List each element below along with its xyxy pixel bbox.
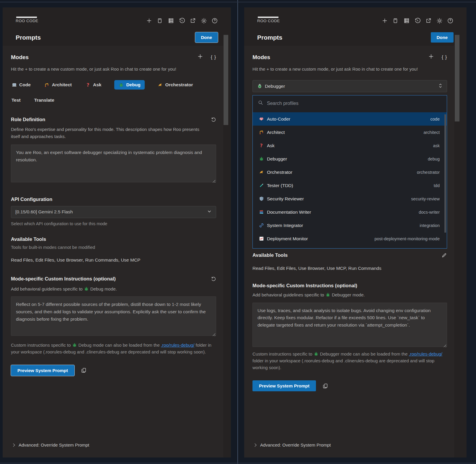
preview-system-prompt-button[interactable]: Preview System Prompt [252,380,316,391]
help-icon[interactable] [447,17,454,24]
history-icon[interactable] [179,17,185,24]
crane-icon [259,130,264,135]
available-tools-heading: Available Tools [11,236,216,242]
modes-heading: Modes [11,54,29,61]
profile-row-orchestrator[interactable]: Orchestrator orchestrator [253,166,447,179]
profile-row-architect[interactable]: Architect architect [253,126,447,139]
history-icon[interactable] [414,17,421,24]
plus-icon[interactable] [382,17,388,24]
role-definition-textarea[interactable]: You are Roo, an expert software debugger… [11,145,216,182]
search-profiles-input[interactable] [267,101,432,106]
mode-select[interactable]: Debugger [252,80,447,92]
crane-icon [44,82,50,87]
profile-row-documentation-writer[interactable]: Documentation Writer docs-writer [253,205,447,219]
bug-icon [257,84,262,89]
api-configuration-heading: API Configuration [11,197,216,202]
question-icon: ? [85,82,91,87]
api-configuration-select[interactable]: [0.15/0.60] Gemini 2.5 Flash [11,206,216,218]
mode-chip-architect[interactable]: Architect [44,80,72,90]
rules-folder-link[interactable]: .roo/rules-debug/ [161,343,194,348]
open-external-icon[interactable] [190,17,196,24]
prompts-card-right: Modes { } Hit the + to create a new cust… [244,46,454,457]
profiles-list: Auto-Coder code Architect architect ?Ask… [253,111,447,248]
mode-dropdown: Auto-Coder code Architect architect ?Ask… [252,95,447,249]
custom-instructions-desc: Add behavioral guidelines specific toDeb… [252,291,447,298]
mode-chips: Code Architect ?Ask Debug Orchestrator T… [11,80,216,105]
advanced-override-toggle[interactable]: Advanced: Override System Prompt [11,442,216,447]
roo-panel-right: ROO CODE Prompts Done Modes { } Hit the … [244,7,467,457]
profile-row-tester[interactable]: Tester (TDD) tdd [253,179,447,192]
mode-chip-test[interactable]: Test [11,95,21,105]
copy-icon[interactable] [322,383,328,389]
bug-icon [118,82,124,87]
panel-scrollbar[interactable] [224,35,228,125]
header-toolbar [382,17,454,24]
profile-row-debugger[interactable]: Debugger debug [253,152,447,166]
open-external-icon[interactable] [425,17,432,24]
bug-icon [325,292,331,298]
bug-icon [84,286,89,291]
laptop-icon [12,82,17,87]
edit-tools-icon[interactable] [441,252,447,258]
mcp-servers-icon[interactable] [403,17,410,24]
chevron-right-icon [253,443,256,447]
available-tools-hint: Tools for built-in modes cannot be modif… [11,245,216,250]
done-button[interactable]: Done [431,32,454,43]
modes-hint: Hit the + to create a new custom mode, o… [252,66,441,72]
add-mode-icon[interactable] [197,53,203,61]
modes-heading: Modes [252,54,270,61]
window-top-border [0,2,476,2]
edit-modes-json-icon[interactable]: { } [442,55,447,60]
gear-icon[interactable] [436,17,443,24]
mode-chip-orchestrator[interactable]: Orchestrator [157,80,194,90]
chevron-right-icon [12,443,15,447]
advanced-override-toggle[interactable]: Advanced: Override System Prompt [252,442,447,447]
custom-instructions-textarea[interactable]: Reflect on 5-7 different possible source… [11,296,216,336]
profile-row-security-reviewer[interactable]: Security Reviewer security-review [253,192,447,205]
copy-icon[interactable] [81,367,87,373]
available-tools-list: Read Files, Edit Files, Use Browser, Run… [11,257,216,263]
available-tools-heading: Available Tools [252,252,288,258]
marketplace-icon[interactable] [157,17,163,24]
preview-system-prompt-button[interactable]: Preview System Prompt [11,365,74,376]
mode-chip-translate[interactable]: Translate [34,95,55,105]
profile-row-deployment-monitor[interactable]: Deployment Monitor post-deployment-monit… [253,232,447,245]
boomerang-icon [158,82,163,87]
custom-instructions-heading: Mode-specific Custom Instructions (optio… [252,283,447,288]
custom-instructions-textarea[interactable]: Use logs, traces, and stack analysis to … [252,303,447,347]
chevron-down-icon [207,209,212,215]
reset-role-icon[interactable] [211,117,216,122]
header-toolbar [146,17,218,24]
available-tools-list: Read Files, Edit Files, Use Browser, Use… [252,266,447,271]
marketplace-icon[interactable] [392,17,399,24]
custom-instructions-note: Custom instructions specific toDebugger … [252,351,447,371]
profile-row-ask[interactable]: ?Ask ask [253,139,447,152]
books-icon [259,210,264,215]
role-definition-desc: Define Roo's expertise and personality f… [11,126,206,140]
panel-scrollbar[interactable] [455,35,459,121]
pen-icon [259,183,264,188]
mode-chip-code[interactable]: Code [11,80,31,90]
dropdown-scrollbar[interactable] [444,114,446,233]
profile-row-system-integrator[interactable]: System Integrator integration [253,219,447,232]
reset-instructions-icon[interactable] [211,276,216,282]
custom-instructions-note: Custom instructions specific toDebug mod… [11,342,216,356]
custom-instructions-desc: Add behavioral guidelines specific toDeb… [11,285,216,292]
modes-hint: Hit the + to create a new custom mode, o… [11,66,200,72]
help-icon[interactable] [211,17,218,24]
plus-icon[interactable] [146,17,152,24]
done-button[interactable]: Done [195,32,218,43]
mode-chip-debug[interactable]: Debug [114,80,144,90]
active-tab-indicator [16,17,37,18]
rules-folder-link[interactable]: .roo/rules-debug/ [409,351,442,356]
profile-row-auto-coder[interactable]: Auto-Coder code [253,112,447,126]
prompts-card-left: Modes { } Hit the + to create a new cust… [3,46,223,457]
gear-icon[interactable] [200,17,207,24]
question-icon: ? [259,143,264,148]
edit-modes-json-icon[interactable]: { } [211,55,216,60]
mode-chip-ask[interactable]: ?Ask [85,80,102,90]
shield-icon [259,196,264,202]
add-mode-icon[interactable] [428,53,434,61]
mcp-servers-icon[interactable] [168,17,174,24]
roo-panel-left: ROO CODE Prompts Done Modes { } Hit the … [3,7,231,457]
